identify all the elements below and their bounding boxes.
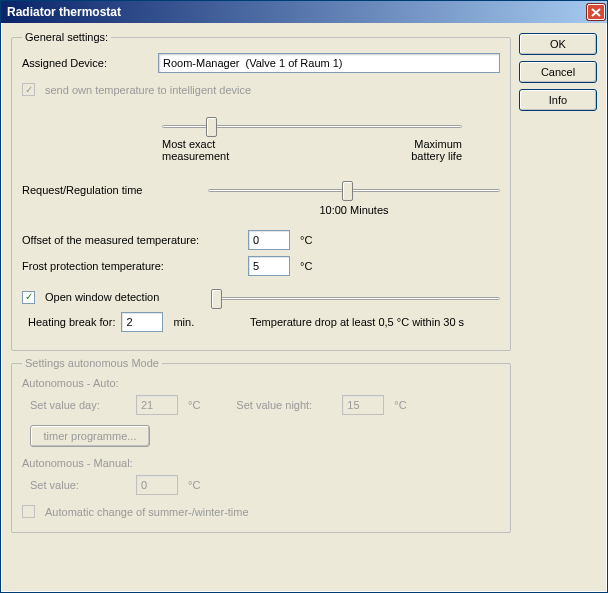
request-time-value: 10:00 Minutes xyxy=(208,204,500,216)
frost-unit: °C xyxy=(300,260,312,272)
slider-track xyxy=(211,297,500,300)
dst-checkbox xyxy=(22,505,35,518)
manual-heading: Autonomous - Manual: xyxy=(22,457,500,469)
right-column: OK Cancel Info xyxy=(519,31,597,584)
slider-left-label: Most exact measurement xyxy=(162,138,229,162)
close-icon xyxy=(591,8,601,17)
assigned-device-field xyxy=(158,53,500,73)
slider-thumb[interactable] xyxy=(206,117,217,137)
set-night-field xyxy=(342,395,384,415)
cancel-button[interactable]: Cancel xyxy=(519,61,597,83)
general-settings-group: General settings: Assigned Device: ✓ sen… xyxy=(11,31,511,351)
assigned-device-label: Assigned Device: xyxy=(22,57,152,69)
autonomous-legend: Settings autonomous Mode xyxy=(22,357,162,369)
frost-field[interactable] xyxy=(248,256,290,276)
offset-label: Offset of the measured temperature: xyxy=(22,234,242,246)
offset-unit: °C xyxy=(300,234,312,246)
request-time-slider[interactable] xyxy=(208,178,500,204)
heating-break-unit: min. xyxy=(173,316,194,328)
temp-drop-slider[interactable] xyxy=(211,286,500,308)
send-temp-label: send own temperature to intelligent devi… xyxy=(45,84,251,96)
set-value-field xyxy=(136,475,178,495)
temp-drop-text: Temperature drop at least 0,5 °C within … xyxy=(250,316,500,328)
window: Radiator thermostat General settings: As… xyxy=(0,0,608,593)
open-window-label: Open window detection xyxy=(45,291,205,303)
auto-heading: Autonomous - Auto: xyxy=(22,377,500,389)
slider-thumb[interactable] xyxy=(211,289,222,309)
request-time-label: Request/Regulation time xyxy=(22,178,202,196)
heating-break-label: Heating break for: xyxy=(28,316,115,328)
set-day-label: Set value day: xyxy=(30,399,130,411)
window-title: Radiator thermostat xyxy=(7,5,587,19)
check-icon: ✓ xyxy=(25,85,33,95)
open-window-checkbox[interactable]: ✓ xyxy=(22,291,35,304)
slider-right-label: Maximum battery life xyxy=(411,138,462,162)
night-unit: °C xyxy=(394,399,406,411)
day-unit: °C xyxy=(188,399,200,411)
offset-field[interactable] xyxy=(248,230,290,250)
set-day-field xyxy=(136,395,178,415)
titlebar: Radiator thermostat xyxy=(1,1,607,23)
general-settings-legend: General settings: xyxy=(22,31,111,43)
timer-programme-button: timer programme... xyxy=(30,425,150,447)
measurement-battery-slider[interactable] xyxy=(162,114,462,140)
left-column: General settings: Assigned Device: ✓ sen… xyxy=(11,31,511,584)
set-night-label: Set value night: xyxy=(236,399,336,411)
slider-thumb[interactable] xyxy=(342,181,353,201)
slider-labels: Most exact measurement Maximum battery l… xyxy=(162,138,462,162)
frost-label: Frost protection temperature: xyxy=(22,260,242,272)
send-temp-checkbox: ✓ xyxy=(22,83,35,96)
set-value-label: Set value: xyxy=(30,479,130,491)
client-area: General settings: Assigned Device: ✓ sen… xyxy=(1,23,607,592)
check-icon: ✓ xyxy=(25,292,33,302)
dst-label: Automatic change of summer-/winter-time xyxy=(45,506,249,518)
heating-break-field[interactable] xyxy=(121,312,163,332)
autonomous-mode-group: Settings autonomous Mode Autonomous - Au… xyxy=(11,357,511,533)
info-button[interactable]: Info xyxy=(519,89,597,111)
ok-button[interactable]: OK xyxy=(519,33,597,55)
manual-unit: °C xyxy=(188,479,200,491)
slider-track xyxy=(208,189,500,192)
close-button[interactable] xyxy=(587,4,605,20)
